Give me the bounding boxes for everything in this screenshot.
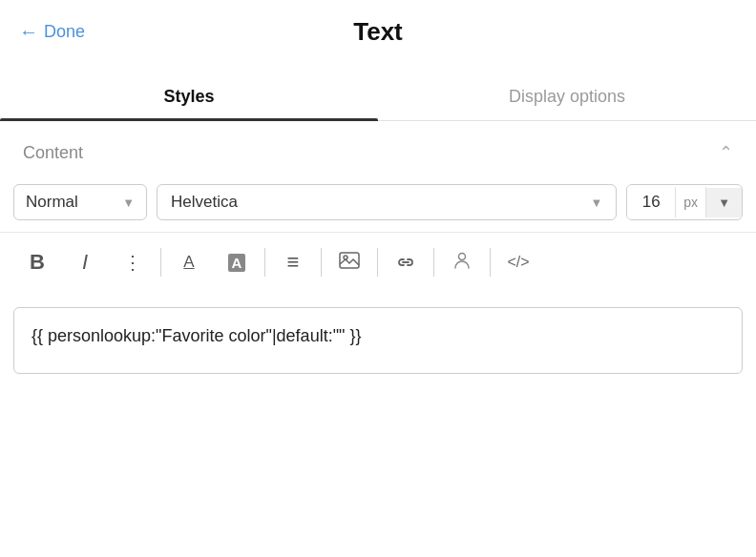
back-arrow-icon: ← bbox=[19, 21, 38, 43]
divider-6 bbox=[490, 248, 491, 277]
font-size-control: 16 px ▼ bbox=[626, 184, 743, 220]
divider-2 bbox=[264, 248, 265, 277]
person-button[interactable] bbox=[438, 242, 486, 282]
content-section-header: Content ⌃ bbox=[0, 121, 756, 178]
tab-bar: Styles Display options bbox=[0, 73, 756, 121]
font-family-dropdown[interactable]: Helvetica ▼ bbox=[157, 184, 617, 220]
more-button[interactable]: ⋮ bbox=[109, 242, 157, 282]
highlight-icon: A bbox=[228, 254, 246, 272]
divider-3 bbox=[321, 248, 322, 277]
done-button[interactable]: ← Done bbox=[19, 21, 85, 43]
divider-5 bbox=[433, 248, 434, 277]
image-icon bbox=[339, 252, 360, 274]
svg-point-2 bbox=[459, 253, 466, 259]
header: ← Done Text bbox=[0, 0, 756, 64]
italic-button[interactable]: I bbox=[61, 242, 109, 282]
underline-icon: A bbox=[183, 253, 194, 272]
content-text: {{ personlookup:"Favorite color"|default… bbox=[32, 326, 361, 345]
bold-button[interactable]: B bbox=[13, 242, 61, 282]
font-size-value[interactable]: 16 bbox=[627, 185, 675, 219]
paragraph-dropdown-arrow-icon: ▼ bbox=[122, 196, 135, 210]
divider-1 bbox=[160, 248, 161, 277]
tab-styles[interactable]: Styles bbox=[0, 73, 378, 120]
underline-button[interactable]: A bbox=[165, 242, 213, 282]
person-icon bbox=[452, 251, 472, 275]
align-icon: ≡ bbox=[287, 250, 300, 275]
paragraph-style-dropdown[interactable]: Normal ▼ bbox=[13, 184, 147, 220]
font-size-unit: px bbox=[675, 187, 706, 217]
tab-display-options[interactable]: Display options bbox=[378, 73, 756, 120]
align-button[interactable]: ≡ bbox=[269, 242, 317, 282]
format-toolbar: B I ⋮ A A ≡ bbox=[0, 232, 756, 292]
paragraph-style-value: Normal bbox=[26, 193, 78, 212]
divider-4 bbox=[377, 248, 378, 277]
code-icon: </> bbox=[507, 254, 529, 271]
code-button[interactable]: </> bbox=[494, 242, 542, 282]
font-family-dropdown-arrow-icon: ▼ bbox=[590, 196, 602, 210]
font-toolbar: Normal ▼ Helvetica ▼ 16 px ▼ bbox=[0, 178, 756, 226]
link-button[interactable] bbox=[382, 242, 430, 282]
link-icon bbox=[395, 252, 416, 274]
svg-rect-0 bbox=[340, 253, 359, 268]
italic-icon: I bbox=[82, 250, 88, 275]
font-family-value: Helvetica bbox=[171, 193, 238, 212]
content-editor[interactable]: {{ personlookup:"Favorite color"|default… bbox=[13, 307, 743, 374]
bold-icon: B bbox=[30, 250, 45, 275]
collapse-icon[interactable]: ⌃ bbox=[719, 142, 733, 163]
page-title: Text bbox=[353, 17, 403, 47]
highlight-button[interactable]: A bbox=[213, 242, 261, 282]
more-icon: ⋮ bbox=[123, 251, 142, 274]
done-label: Done bbox=[44, 22, 85, 42]
section-title: Content bbox=[23, 143, 83, 163]
font-size-stepper-icon[interactable]: ▼ bbox=[706, 188, 742, 217]
image-button[interactable] bbox=[326, 242, 373, 282]
